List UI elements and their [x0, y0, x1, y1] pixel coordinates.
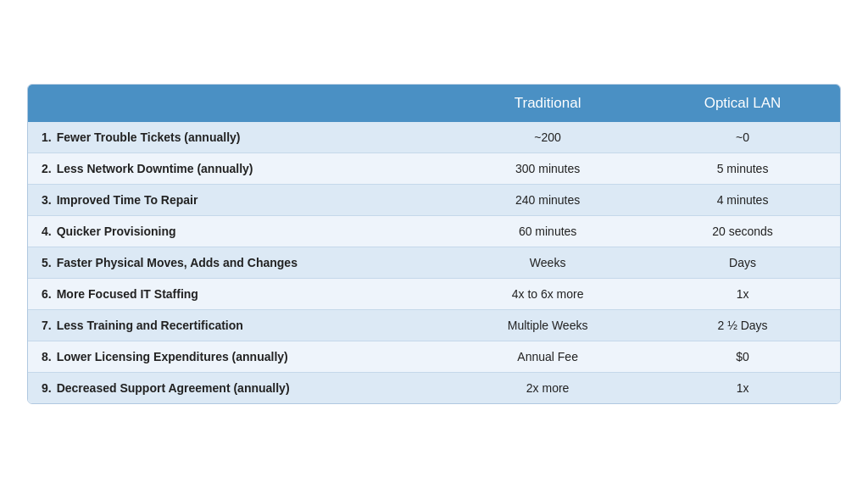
row-traditional-value: Annual Fee [450, 341, 645, 373]
row-label: 3.Improved Time To Repair [28, 185, 450, 216]
row-optical-value: Days [645, 247, 840, 279]
table-row: 6.More Focused IT Staffing4x to 6x more1… [28, 279, 840, 310]
row-num: 3. [42, 193, 52, 207]
row-traditional-value: 300 minutes [450, 153, 645, 185]
row-num: 4. [42, 225, 52, 238]
row-optical-value: 1x [645, 373, 840, 404]
header-empty [28, 85, 450, 122]
row-num: 1. [42, 130, 52, 144]
table-row: 3.Improved Time To Repair240 minutes4 mi… [28, 185, 840, 216]
row-traditional-value: 60 minutes [450, 216, 645, 247]
row-traditional-value: Multiple Weeks [450, 310, 645, 341]
row-label: 9.Decreased Support Agreement (annually) [28, 373, 450, 404]
row-label: 8.Lower Licensing Expenditures (annually… [28, 341, 450, 373]
row-traditional-value: 2x more [450, 373, 645, 404]
row-num: 6. [42, 287, 52, 301]
row-traditional-value: Weeks [450, 247, 645, 279]
table-row: 7.Less Training and RecertificationMulti… [28, 310, 840, 341]
table-header-row: Traditional Optical LAN [28, 85, 840, 122]
table-row: 1.Fewer Trouble Tickets (annually)~200~0 [28, 122, 840, 153]
row-num: 5. [42, 256, 52, 269]
row-num: 9. [42, 381, 52, 395]
row-optical-value: 5 minutes [645, 153, 840, 185]
row-optical-value: $0 [645, 341, 840, 373]
row-optical-value: 1x [645, 279, 840, 310]
row-num: 7. [42, 319, 52, 332]
row-label: 2.Less Network Downtime (annually) [28, 153, 450, 185]
row-num: 2. [42, 162, 52, 175]
header-traditional: Traditional [450, 85, 645, 122]
row-optical-value: 4 minutes [645, 185, 840, 216]
table-row: 9.Decreased Support Agreement (annually)… [28, 373, 840, 404]
table-row: 5.Faster Physical Moves, Adds and Change… [28, 247, 840, 279]
row-traditional-value: ~200 [450, 122, 645, 153]
table-row: 4.Quicker Provisioning60 minutes20 secon… [28, 216, 840, 247]
row-traditional-value: 240 minutes [450, 185, 645, 216]
header-optical: Optical LAN [645, 85, 840, 122]
comparison-table: Traditional Optical LAN 1.Fewer Trouble … [27, 84, 841, 404]
row-optical-value: 2 ½ Days [645, 310, 840, 341]
row-optical-value: ~0 [645, 122, 840, 153]
row-num: 8. [42, 350, 52, 363]
row-label: 5.Faster Physical Moves, Adds and Change… [28, 247, 450, 279]
row-label: 4.Quicker Provisioning [28, 216, 450, 247]
row-label: 1.Fewer Trouble Tickets (annually) [28, 122, 450, 153]
row-optical-value: 20 seconds [645, 216, 840, 247]
row-traditional-value: 4x to 6x more [450, 279, 645, 310]
row-label: 7.Less Training and Recertification [28, 310, 450, 341]
table-row: 8.Lower Licensing Expenditures (annually… [28, 341, 840, 373]
table-row: 2.Less Network Downtime (annually)300 mi… [28, 153, 840, 185]
row-label: 6.More Focused IT Staffing [28, 279, 450, 310]
